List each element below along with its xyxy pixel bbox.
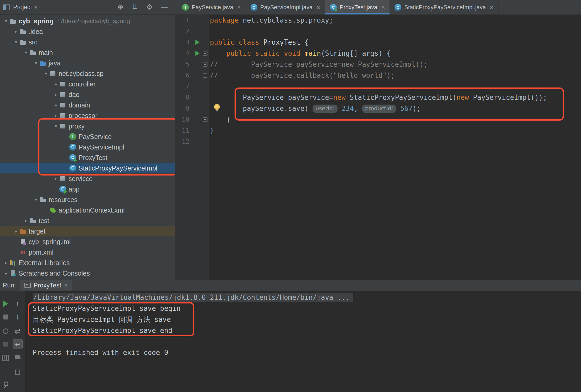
code-line-1[interactable]: 1package net.cybclass.sp.proxy; — [175, 15, 581, 26]
tree-toggle-icon[interactable]: ▸ — [13, 228, 19, 234]
tree-toggle-icon[interactable]: ▾ — [3, 18, 9, 24]
tree-item-app[interactable]: Capp — [0, 184, 175, 194]
down-stack-button[interactable]: ↓ — [13, 312, 23, 322]
run-tab-proxytest[interactable]: ProxyTest × — [20, 280, 72, 291]
tree-toggle-icon[interactable]: ▾ — [13, 39, 19, 45]
fold-icon[interactable] — [203, 117, 208, 122]
tab-payservice-java[interactable]: IPayService.java× — [177, 0, 246, 14]
code-line-9[interactable]: 9 payService.save( userId: 234, productI… — [175, 103, 581, 114]
tab-payserviceimpl-java[interactable]: CPayServiceImpl.java× — [246, 0, 325, 14]
console[interactable]: /Library/Java/JavaVirtualMachines/jdk1.8… — [25, 291, 581, 392]
tree-toggle-icon[interactable]: ▸ — [13, 29, 19, 34]
tree-item-applicationcontext-xml[interactable]: applicationContext.xml — [0, 205, 175, 215]
tab-staticproxypayserviceimpl-java[interactable]: CStaticProxyPayServiceImpl.java× — [390, 0, 499, 14]
scratches-icon — [9, 270, 16, 277]
close-icon[interactable]: × — [490, 4, 494, 11]
code-line-8[interactable]: 8 PayService payService=new StaticProxyP… — [175, 92, 581, 103]
fold-icon[interactable] — [203, 51, 208, 56]
tree-toggle-icon[interactable]: ▾ — [33, 197, 39, 203]
tree-toggle-icon[interactable]: ▸ — [3, 260, 9, 266]
intention-bulb-icon[interactable] — [214, 104, 220, 111]
tree-toggle-icon[interactable]: ▾ — [53, 123, 59, 129]
project-selector[interactable]: Project — [13, 4, 32, 11]
print-button[interactable] — [13, 353, 23, 363]
code-line-5[interactable]: 5// PayService payService=new PayService… — [175, 59, 581, 70]
tree-item-external-libraries[interactable]: ▸External Libraries — [0, 257, 175, 268]
code-line-4[interactable]: 4 public static void main(String[] args)… — [175, 48, 581, 59]
tree-item-cyb-spring[interactable]: ▾cyb_spring~/IdeaProjects/cyb_spring — [0, 16, 175, 26]
tree-item-proxytest[interactable]: CProxyTest — [0, 152, 175, 163]
tree-toggle-icon[interactable]: ▸ — [53, 113, 59, 118]
restore-layout-button[interactable] — [1, 353, 11, 363]
class-icon: C — [251, 4, 257, 11]
tree-item-label: StaticProxyPayServiceImpl — [79, 164, 157, 172]
project-tool-window-icon[interactable] — [3, 4, 10, 10]
tree-item-net-cybclass-sp[interactable]: ▾net.cybclass.sp — [0, 68, 175, 79]
code-line-6[interactable]: 6// payService.callback("hello world"); — [175, 70, 581, 81]
tree-toggle-icon[interactable]: ▸ — [53, 81, 59, 87]
tree-toggle-icon[interactable]: ▾ — [23, 50, 29, 55]
tree-item-staticproxypayserviceimpl[interactable]: CStaticProxyPayServiceImpl — [0, 163, 175, 173]
history-button[interactable]: ⇄ — [13, 326, 23, 336]
tree-toggle-icon[interactable]: ▸ — [3, 270, 9, 276]
tree-toggle-icon[interactable]: ▸ — [23, 218, 29, 224]
tree-item-servicce[interactable]: ▸servicce — [0, 173, 175, 184]
tree-item-payserviceimpl[interactable]: CPayServiceImpl — [0, 142, 175, 152]
profile-button[interactable] — [1, 339, 11, 349]
tree-toggle-icon[interactable]: ▾ — [43, 71, 49, 76]
code-line-3[interactable]: 3public class ProxyTest { — [175, 37, 581, 48]
tree-item-pom-xml[interactable]: mpom.xml — [0, 247, 175, 257]
close-icon[interactable]: × — [317, 4, 320, 11]
tree-item-scratches-and-consoles[interactable]: ▸Scratches and Consoles — [0, 268, 175, 278]
tree-toggle-icon[interactable]: ▸ — [53, 176, 59, 182]
run-line-icon[interactable] — [195, 51, 200, 56]
stop-button[interactable] — [1, 312, 11, 322]
close-icon[interactable]: × — [381, 4, 385, 11]
tree-item-java[interactable]: ▾java — [0, 58, 175, 68]
tab-proxytest-java[interactable]: CProxyTest.java× — [325, 0, 390, 14]
tree-item-resources[interactable]: ▾resources — [0, 194, 175, 205]
up-stack-button[interactable]: ↑ — [13, 299, 23, 309]
code-text: // PayService payService=new PayServiceI… — [209, 60, 428, 68]
tree-toggle-icon[interactable]: ▾ — [33, 60, 39, 66]
code-line-11[interactable]: 11} — [175, 125, 581, 136]
tree-item-idea[interactable]: ▸.idea — [0, 26, 175, 37]
tree-toggle-icon[interactable]: ▸ — [53, 92, 59, 97]
fold-icon[interactable] — [203, 62, 208, 67]
tree-item-cyb-spring-iml[interactable]: cyb_spring.iml — [0, 236, 175, 247]
tree-item-src[interactable]: ▾src — [0, 37, 175, 47]
collapse-all-icon[interactable]: ⇊ — [132, 4, 138, 11]
code-line-10[interactable]: 10 } — [175, 114, 581, 125]
fold-icon[interactable] — [203, 73, 207, 78]
tree-item-controller[interactable]: ▸controller — [0, 79, 175, 89]
editor[interactable]: 1package net.cybclass.sp.proxy;23public … — [175, 15, 581, 280]
tree-item-domain[interactable]: ▸domain — [0, 100, 175, 110]
clear-button[interactable] — [13, 367, 23, 377]
tree-item-proxy[interactable]: ▾proxy — [0, 121, 175, 131]
tree-item-target[interactable]: ▸target — [0, 226, 175, 236]
locate-icon[interactable]: ⊕ — [118, 4, 124, 11]
settings-icon[interactable]: ⚙ — [146, 4, 153, 11]
folder-res-icon — [39, 196, 46, 203]
run-line-icon[interactable] — [195, 40, 200, 45]
close-icon[interactable]: × — [64, 282, 68, 289]
tree-item-dao[interactable]: ▸dao — [0, 89, 175, 100]
package-icon — [59, 102, 66, 109]
tree-item-main[interactable]: ▾main — [0, 47, 175, 58]
hide-panel-icon[interactable]: — — [161, 4, 168, 11]
pin-button[interactable] — [1, 380, 11, 390]
class-icon: C — [69, 144, 76, 151]
line-number: 6 — [175, 72, 194, 79]
tree-item-test[interactable]: ▸test — [0, 215, 175, 226]
coverage-button[interactable] — [1, 326, 11, 336]
code-line-7[interactable]: 7 — [175, 81, 581, 92]
tree-toggle-icon[interactable]: ▸ — [53, 102, 59, 108]
chevron-down-icon[interactable]: ▾ — [35, 4, 37, 10]
tree-item-payservice[interactable]: IPayService — [0, 131, 175, 142]
rerun-button[interactable] — [1, 299, 11, 309]
tree-item-processor[interactable]: ▸processor — [0, 110, 175, 121]
code-line-12[interactable]: 12 — [175, 136, 581, 147]
soft-wrap-button[interactable]: ↩ — [13, 339, 23, 349]
code-line-2[interactable]: 2 — [175, 26, 581, 37]
close-icon[interactable]: × — [237, 4, 241, 11]
